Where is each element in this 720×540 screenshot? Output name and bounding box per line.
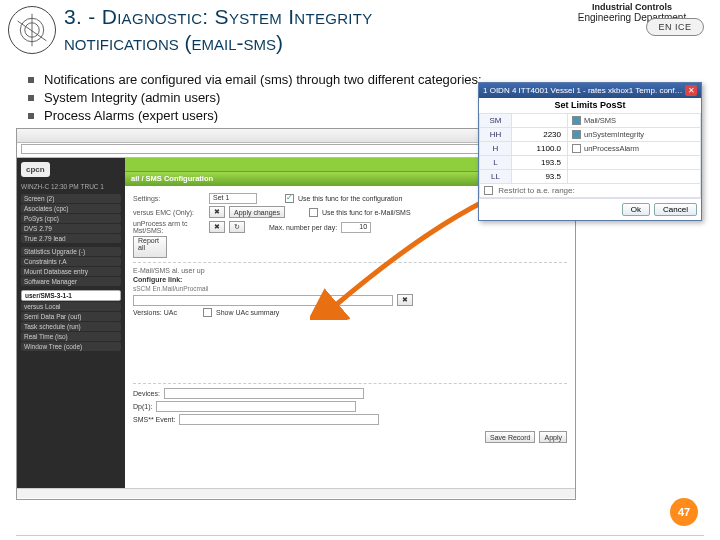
sms-checkbox[interactable] [572,130,581,139]
table-row: LL93.5 [480,170,701,184]
settings-label: Settings: [133,195,205,202]
sidebar-item[interactable]: Real Time (iso) [21,332,121,341]
table-row: H1100.0unProcessAlarm [480,142,701,156]
versions-label: Versions: UAc [133,309,177,316]
range-checkbox[interactable] [484,186,493,195]
cern-logo [8,6,56,54]
header-right-line1: Industrial Controls [552,2,712,12]
sidebar-item[interactable]: Mount Database entry [21,267,121,276]
cancel-button[interactable]: Cancel [654,203,697,216]
enice-logo: EN ICE [646,18,704,36]
dialog-title: 1 OIDN 4 ITT4001 Vessel 1 - rates xkbox1… [483,86,683,95]
sms-event-input[interactable] [179,414,379,425]
process-alarm-label: unProcess arm tc Mst/SMS: [133,220,205,234]
checkbox-email-sms[interactable] [309,208,318,217]
close-icon[interactable]: ✕ [685,85,697,96]
delete-button[interactable]: ✖ [209,206,225,218]
sidebar-item[interactable]: DVS 2.79 [21,224,121,233]
section-header: Configure link: [133,276,182,283]
taskbar-text: WINZH-C 12:30 PM TRUC 1 [21,183,121,190]
sidebar-item[interactable]: Constraints r.A [21,257,121,266]
sidebar-item[interactable]: Semi Data Par (out) [21,312,121,321]
footer-rule [16,535,704,536]
devices-input[interactable] [164,388,364,399]
sms-checkbox[interactable] [572,116,581,125]
dialog-subtitle: Set Limits PosSt [479,98,701,113]
checkbox-show-summary[interactable] [203,308,212,317]
sidebar-item[interactable]: PoSys (cpc) [21,214,121,223]
sidebar-item[interactable]: Asociates (cpc) [21,204,121,213]
checkbox-label: Use this func for the configuration [298,195,402,202]
link-input[interactable] [133,295,393,306]
sidebar-item[interactable]: versus Local [21,302,121,311]
page-number-badge: 47 [670,498,698,526]
set-limits-dialog: 1 OIDN 4 ITT4001 Vessel 1 - rates xkbox1… [478,82,702,221]
table-row: SMMail/SMS [480,114,701,128]
max-per-day-value[interactable]: 10 [341,222,371,233]
slide-title-line2: notifications (email-sms) [64,31,283,54]
sidebar: cpcn WINZH-C 12:30 PM TRUC 1 Screen (2) … [17,158,125,488]
range-label: Restrict to a.e. range: [498,186,574,195]
limits-table: SMMail/SMS HH2230unSystemIntegrity H1100… [479,113,701,198]
sidebar-item[interactable]: Statistics Upgrade (-) [21,247,121,256]
slide-title-line1: 3. - Diagnostic: System Integrity [64,5,373,28]
save-record-button[interactable]: Save Record [485,431,535,443]
field-label: Devices: [133,390,160,397]
table-row: HH2230unSystemIntegrity [480,128,701,142]
dp-input[interactable] [156,401,356,412]
checkbox-label: Use this func for e-Mail/SMS [322,209,411,216]
table-row: L193.5 [480,156,701,170]
sidebar-item[interactable]: True 2.79 lead [21,234,121,243]
settings-select[interactable]: Set 1 [209,193,257,204]
table-row: Restrict to a.e. range: [480,184,701,198]
emc-label: versus EMC (Only): [133,209,205,216]
apply-changes-button[interactable]: Apply changes [229,206,285,218]
ok-button[interactable]: Ok [622,203,650,216]
field-label: Dp(1): [133,403,152,410]
checkbox-label: Show UAc summary [216,309,279,316]
delete-button[interactable]: ✖ [209,221,225,233]
max-per-day-label: Max. number per day: [269,224,337,231]
field-label: SMS** Event: [133,416,175,423]
sms-checkbox[interactable] [572,144,581,153]
remove-button[interactable]: ✖ [397,294,413,306]
checkbox-use-config[interactable] [285,194,294,203]
sidebar-item-selected[interactable]: user/SMS-3-1-1 [21,290,121,301]
section-header: E-Mail/SMS al. user up [133,267,205,274]
link-label: sSCM En.Mail/unProcmail [133,285,233,292]
sidebar-logo: cpcn [21,162,50,177]
refresh-button[interactable]: ↻ [229,221,245,233]
sidebar-item[interactable]: Task schedule (run) [21,322,121,331]
apply-button[interactable]: Apply [539,431,567,443]
sidebar-item[interactable]: Window Tree (code) [21,342,121,351]
sidebar-item[interactable]: Screen (2) [21,194,121,203]
sidebar-item[interactable]: Software Manager [21,277,121,286]
report-all-button[interactable]: Report all [133,236,167,258]
